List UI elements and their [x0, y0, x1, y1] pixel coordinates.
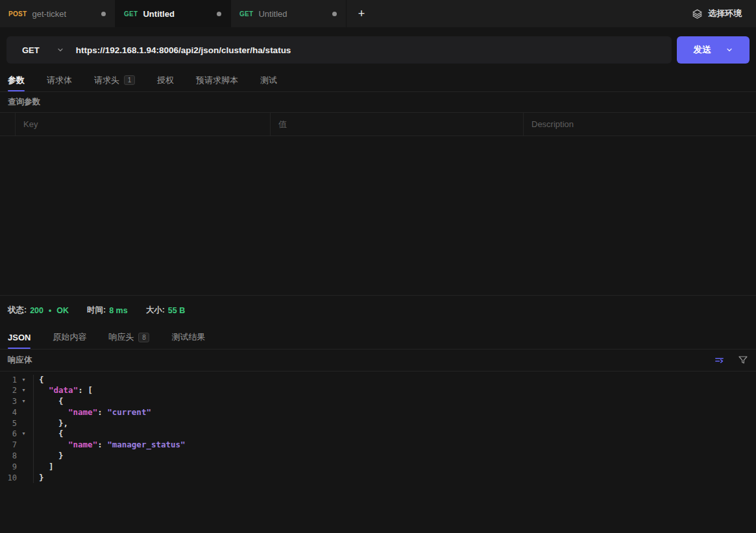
doc-tab-get-ticket[interactable]: POST get-ticket — [0, 0, 116, 27]
json-punctuation: : [ — [78, 385, 93, 395]
json-viewer[interactable]: 1▾{2▾"data": [3▾{4"name": "current"5},6▾… — [0, 372, 756, 533]
status-code: 200 — [30, 306, 43, 315]
doc-tab-untitled-active[interactable]: GET Untitled — [116, 0, 231, 27]
json-key: "data" — [49, 385, 78, 395]
json-punctuation: ] — [49, 462, 54, 471]
query-params-section-label: 查询参数 — [0, 92, 756, 113]
line-number: 9 — [0, 462, 17, 473]
response-body-toolbar: 响应体 — [0, 349, 756, 372]
doc-tab-untitled-2[interactable]: GET Untitled — [231, 0, 347, 27]
tab-label: 请求头 — [94, 75, 119, 86]
tabbar-spacer — [376, 0, 684, 27]
tab-label: 响应头 — [108, 331, 134, 343]
code-line-content: }, — [34, 418, 68, 429]
size-label: 大小: — [146, 305, 165, 316]
line-number: 6 — [0, 429, 17, 440]
format-code-button[interactable] — [714, 355, 725, 366]
json-punctuation: }, — [58, 418, 68, 428]
request-option-tabs: 参数 请求体 请求头 1 授权 预请求脚本 测试 — [0, 73, 756, 92]
tab-tests[interactable]: 测试 — [260, 73, 277, 91]
tab-auth[interactable]: 授权 — [157, 73, 174, 91]
line-number: 2 — [0, 385, 17, 396]
tab-label: 请求体 — [47, 75, 72, 86]
fold-toggle-icon[interactable]: ▾ — [17, 396, 30, 407]
line-number: 1 — [0, 375, 17, 386]
tab-label: 测试 — [260, 75, 277, 86]
line-number: 10 — [0, 473, 17, 484]
tab-response-json[interactable]: JSON — [8, 330, 30, 349]
json-punctuation: : — [97, 440, 107, 449]
param-key-column-header[interactable]: Key — [16, 113, 271, 136]
request-panel-empty-area — [0, 136, 756, 296]
time-label: 时间: — [87, 305, 106, 316]
code-line: 3▾{ — [0, 396, 756, 407]
doc-tab-title: Untitled — [143, 9, 212, 19]
tab-test-results[interactable]: 测试结果 — [171, 330, 205, 349]
response-body-label: 响应体 — [8, 355, 714, 366]
response-headers-count-badge: 8 — [138, 333, 149, 342]
response-status: 状态: 200 • OK — [8, 305, 69, 316]
param-checkbox-column — [0, 113, 16, 136]
status-label: 状态: — [8, 305, 27, 316]
json-key: "name" — [68, 407, 97, 417]
line-number: 3 — [0, 396, 17, 407]
fold-toggle-icon[interactable]: ▾ — [17, 375, 30, 386]
tab-label: 测试结果 — [171, 331, 205, 343]
code-gutter: 6▾ — [0, 429, 34, 440]
json-string: "manager_status" — [107, 440, 185, 449]
param-value-column-header[interactable]: 值 — [271, 113, 524, 136]
filter-button[interactable] — [738, 355, 748, 365]
json-punctuation: } — [58, 451, 64, 460]
tab-body[interactable]: 请求体 — [47, 73, 72, 91]
unsaved-dot-icon — [217, 12, 221, 16]
json-punctuation: } — [39, 473, 44, 482]
size-value: 55 B — [168, 306, 185, 315]
code-line-content: } — [34, 451, 64, 462]
query-params-label: 查询参数 — [8, 97, 40, 108]
param-description-column-header[interactable]: Description — [524, 113, 756, 136]
environment-selector[interactable]: 选择环境 — [684, 0, 756, 27]
tab-pre-request-script[interactable]: 预请求脚本 — [196, 73, 238, 91]
code-line: 2▾"data": [ — [0, 385, 756, 396]
fold-toggle-icon[interactable]: ▾ — [17, 429, 30, 440]
code-line: 4"name": "current" — [0, 407, 756, 418]
document-tabbar: POST get-ticket GET Untitled GET Untitle… — [0, 0, 756, 27]
fold-toggle-icon[interactable]: ▾ — [17, 385, 30, 396]
status-bullet: • — [49, 306, 51, 315]
code-line-content: "name": "manager_status" — [34, 440, 186, 451]
chevron-down-icon — [726, 46, 733, 54]
code-line-content: ] — [34, 462, 54, 473]
code-line: 10} — [0, 473, 756, 484]
param-table-header: Key 值 Description — [0, 113, 756, 136]
new-tab-button[interactable]: + — [347, 0, 376, 27]
code-gutter: 3▾ — [0, 396, 34, 407]
json-punctuation: { — [39, 375, 44, 385]
request-url-row: GET https://192.168.1.94:8006/api2/json/… — [0, 27, 756, 73]
tab-params[interactable]: 参数 — [8, 73, 25, 91]
tab-label: 原始内容 — [53, 331, 86, 343]
json-punctuation: { — [58, 429, 64, 438]
send-button[interactable]: 发送 — [677, 36, 750, 64]
method-select-value: GET — [22, 45, 40, 55]
method-badge: POST — [8, 10, 27, 18]
tab-label: 参数 — [8, 75, 25, 86]
tab-headers[interactable]: 请求头 1 — [94, 73, 135, 91]
url-input[interactable]: https://192.168.1.94:8006/api2/json/clus… — [76, 45, 672, 55]
code-gutter: 1▾ — [0, 375, 34, 386]
code-line: 7"name": "manager_status" — [0, 440, 756, 451]
layers-icon — [692, 8, 703, 19]
response-tabs: JSON 原始内容 响应头 8 测试结果 — [0, 326, 756, 349]
method-select[interactable]: GET — [6, 36, 76, 64]
line-number: 7 — [0, 440, 17, 451]
tab-response-headers[interactable]: 响应头 8 — [108, 330, 149, 349]
send-button-label: 发送 — [694, 44, 711, 56]
chevron-down-icon — [56, 46, 64, 54]
code-gutter: 10 — [0, 473, 34, 484]
headers-count-badge: 1 — [124, 75, 135, 85]
environment-selector-label: 选择环境 — [708, 8, 742, 19]
tab-response-raw[interactable]: 原始内容 — [53, 330, 86, 349]
url-input-container: GET https://192.168.1.94:8006/api2/json/… — [6, 36, 672, 64]
code-gutter: 7 — [0, 440, 34, 451]
line-number: 8 — [0, 451, 17, 462]
doc-tab-title: Untitled — [258, 9, 327, 19]
